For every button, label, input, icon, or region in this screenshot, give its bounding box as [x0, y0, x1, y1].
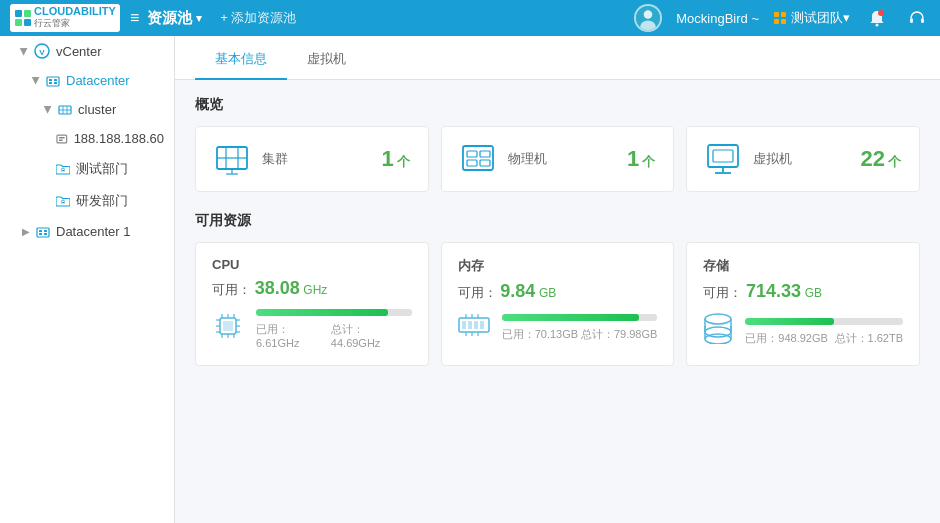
vm-count: 22 个	[861, 146, 901, 172]
svg-rect-47	[467, 151, 477, 157]
team-button[interactable]: 测试团队▾	[773, 9, 850, 27]
memory-progress-fill	[502, 314, 639, 321]
svg-point-11	[876, 24, 879, 27]
cpu-used-label: 已用：6.61GHz	[256, 322, 331, 349]
svg-rect-3	[24, 19, 31, 26]
svg-rect-35	[37, 228, 49, 237]
svg-rect-28	[59, 139, 63, 140]
mem-used-label: 已用：70.13GB	[502, 327, 578, 342]
storage-used-label: 已用：948.92GB	[745, 331, 828, 346]
svg-rect-54	[713, 150, 733, 162]
host-count: 1 个	[627, 146, 655, 172]
memory-header: 内存	[458, 257, 658, 275]
storage-progress-bar	[745, 318, 903, 325]
tab-basic[interactable]: 基本信息	[195, 40, 287, 80]
tab-vm[interactable]: 虚拟机	[287, 40, 366, 80]
svg-rect-38	[39, 233, 42, 235]
svg-rect-39	[44, 233, 47, 235]
avatar-image	[636, 4, 660, 32]
sidebar-datacenter1-label: Datacenter 1	[56, 224, 130, 239]
svg-point-80	[705, 314, 731, 324]
sidebar-host-label: 188.188.188.60	[74, 131, 164, 146]
logo-icon	[14, 9, 32, 27]
svg-rect-27	[59, 137, 65, 138]
cpu-info: 已用：6.61GHz 总计：44.69GHz	[256, 309, 412, 349]
resource-card-memory: 内存 可用： 9.84 GB	[441, 242, 675, 366]
cpu-progress-bar	[256, 309, 412, 316]
sidebar-item-host[interactable]: 188.188.188.60	[0, 124, 174, 153]
sidebar-cluster-label: cluster	[78, 102, 116, 117]
datacenter-arrow: ▶	[31, 77, 42, 85]
sidebar-vcenter-label: vCenter	[56, 44, 102, 59]
section-arrow-icon: ▾	[196, 12, 202, 25]
content-area: 基本信息 虚拟机 概览 集群	[175, 36, 940, 523]
resource-cards: CPU 可用： 38.08 GHz	[195, 242, 920, 366]
notification-button[interactable]	[864, 5, 890, 31]
svg-rect-9	[774, 19, 779, 24]
vm-overview-icon	[705, 141, 741, 177]
folder1-icon	[56, 163, 70, 175]
add-resource-pool-button[interactable]: + 添加资源池	[220, 9, 296, 27]
sidebar-item-folder1[interactable]: 测试部门	[0, 153, 174, 185]
overview-title: 概览	[195, 96, 920, 114]
storage-available-val: 714.33	[746, 281, 801, 301]
memory-info: 已用：70.13GB 总计：79.98GB	[502, 314, 658, 342]
cpu-available-val: 38.08	[255, 278, 300, 298]
resource-card-cpu: CPU 可用： 38.08 GHz	[195, 242, 429, 366]
storage-available-label: 可用：	[703, 285, 742, 300]
storage-info: 已用：948.92GB 总计：1.62TB	[745, 318, 903, 346]
svg-rect-72	[474, 321, 478, 329]
cpu-resource-icon	[212, 310, 244, 349]
svg-rect-17	[47, 77, 59, 86]
memory-available: 可用： 9.84 GB	[458, 281, 658, 302]
avatar[interactable]	[634, 4, 662, 32]
datacenter1-arrow: ▶	[22, 226, 30, 237]
svg-point-86	[705, 334, 731, 344]
menu-icon[interactable]: ≡	[130, 9, 139, 27]
memory-progress-bar	[502, 314, 658, 321]
storage-svg	[703, 312, 733, 344]
vm-label: 虚拟机	[753, 150, 792, 168]
logo-text: CLOUDABILITY	[34, 6, 116, 17]
topbar-right: MockingBird ~ 测试团队▾	[634, 4, 930, 32]
cpu-available-label: 可用：	[212, 282, 251, 297]
sidebar-item-cluster[interactable]: ▶ cluster	[0, 95, 174, 124]
sidebar-item-folder2[interactable]: 研发部门	[0, 185, 174, 217]
team-icon	[773, 11, 787, 25]
svg-rect-0	[15, 10, 22, 17]
storage-stats: 已用：948.92GB 总计：1.62TB	[745, 331, 903, 346]
user-button[interactable]: MockingBird ~	[676, 11, 759, 26]
sidebar-folder2-label: 研发部门	[76, 192, 128, 210]
svg-point-12	[878, 10, 884, 16]
host-overview-icon	[460, 141, 496, 177]
svg-rect-13	[910, 18, 913, 23]
sidebar-item-datacenter1[interactable]: ▶ Datacenter 1	[0, 217, 174, 246]
headset-button[interactable]	[904, 5, 930, 31]
cpu-stats: 已用：6.61GHz 总计：44.69GHz	[256, 322, 412, 349]
memory-svg	[458, 314, 490, 336]
section-title-text: 资源池	[147, 9, 192, 28]
svg-text:V: V	[39, 48, 45, 57]
mem-total-label: 总计：79.98GB	[581, 327, 657, 342]
sidebar-folder1-label: 测试部门	[76, 160, 128, 178]
storage-available-unit: GB	[805, 286, 822, 300]
storage-resource-icon	[703, 312, 733, 351]
resource-card-storage: 存储 可用： 714.33 GB	[686, 242, 920, 366]
sidebar-item-datacenter[interactable]: ▶ Datacenter	[0, 66, 174, 95]
svg-rect-21	[54, 82, 57, 84]
svg-rect-14	[921, 18, 924, 23]
svg-rect-73	[480, 321, 484, 329]
cpu-body: 已用：6.61GHz 总计：44.69GHz	[212, 309, 412, 349]
overview-cards: 集群 1 个 物理机	[195, 126, 920, 192]
cluster-icon	[58, 103, 72, 117]
memory-body: 已用：70.13GB 总计：79.98GB	[458, 312, 658, 343]
logo-sub: 行云管家	[34, 17, 116, 30]
username-text: MockingBird ~	[676, 11, 759, 26]
overview-card-vm: 虚拟机 22 个	[686, 126, 920, 192]
svg-rect-7	[774, 12, 779, 17]
overview-card-host: 物理机 1 个	[441, 126, 675, 192]
sidebar-item-vcenter[interactable]: ▶ V vCenter	[0, 36, 174, 66]
storage-available: 可用： 714.33 GB	[703, 281, 903, 302]
resources-title: 可用资源	[195, 212, 920, 230]
section-title[interactable]: 资源池 ▾	[147, 9, 202, 28]
